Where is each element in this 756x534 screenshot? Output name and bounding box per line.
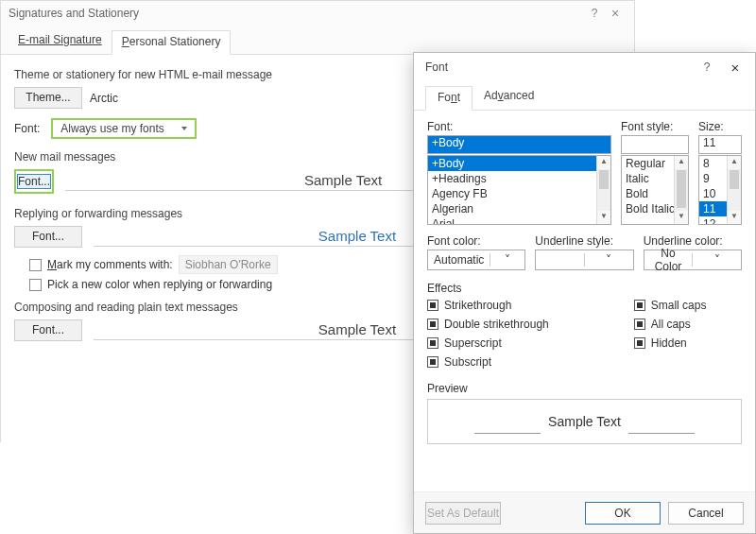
commenter-field[interactable]: Siobhan O'Rorke [179,255,278,274]
list-item[interactable]: Arial [428,216,610,225]
close-icon[interactable]: × [719,60,751,76]
size-field-label: Size: [698,120,742,133]
help-icon[interactable]: ? [695,60,719,74]
tab-personal-label: Personal Stationery [122,35,221,48]
font-mode-value: Always use my fonts [60,122,163,135]
underline-style-label: Underline style: [535,234,633,248]
sig-tabs: E-mail Signature Personal Stationery [1,26,634,55]
font-dialog: Font ? × Font Advanced Font: +Body +Body… [413,52,756,534]
font-tabs: Font Advanced [414,81,755,111]
font-listbox[interactable]: +Body +Headings Agency FB Algerian Arial… [427,155,611,225]
hidden-checkbox[interactable] [634,337,645,349]
tab-font[interactable]: Font [425,86,472,111]
scrollbar[interactable]: ▲▼ [727,156,741,224]
mark-comments-label: Mark my comments with: [47,258,173,271]
font-field-label: Font: [427,120,611,133]
double-strikethrough-checkbox[interactable] [427,319,438,330]
font-footer: Set As Default OK Cancel [414,491,755,533]
close-icon[interactable]: × [604,1,627,26]
theme-name: Arctic [90,92,118,105]
font-title-text: Font [425,60,448,74]
all-caps-checkbox[interactable] [634,319,645,330]
preview-box: Sample Text [427,399,742,444]
sig-title-text: Signatures and Stationery [9,1,139,26]
chevron-down-icon: ˅ [584,253,633,267]
font-titlebar: Font ? × [414,53,755,81]
font-color-label: Font color: [427,234,525,248]
underline-style-combo[interactable]: ˅ [535,250,633,270]
preview-label: Preview [427,382,742,395]
list-item[interactable]: +Body [428,156,610,171]
superscript-checkbox[interactable] [427,337,438,349]
effects-label: Effects [427,282,742,295]
tab-email-signature[interactable]: E-mail Signature [9,29,112,54]
tab-email-label: E-mail Signature [18,33,102,46]
theme-button[interactable]: Theme... [14,87,82,109]
chevron-down-icon: ˅ [692,253,741,267]
list-item[interactable]: Agency FB [428,186,610,201]
reply-font-button[interactable]: Font... [14,226,82,248]
size-listbox[interactable]: 8 9 10 11 12 ▲▼ [698,155,742,225]
font-color-combo[interactable]: Automatic˅ [427,250,525,270]
new-mail-font-button[interactable]: Font... [17,174,51,189]
ok-button[interactable]: OK [585,502,661,525]
scrollbar[interactable]: ▲▼ [674,156,688,224]
help-icon[interactable]: ? [585,1,604,26]
set-default-button[interactable]: Set As Default [425,502,501,525]
pick-color-checkbox[interactable] [29,279,42,291]
new-mail-font-button-highlight: Font... [14,169,54,194]
subscript-checkbox[interactable] [427,356,438,368]
size-input[interactable]: 11 [698,135,742,154]
underline-color-combo[interactable]: No Color˅ [644,250,742,270]
sig-titlebar: Signatures and Stationery ? × [1,1,634,26]
preview-text: Sample Text [548,414,621,429]
mark-comments-checkbox[interactable] [29,259,42,271]
list-item[interactable]: Algerian [428,201,610,216]
font-label: Font: [14,122,40,135]
small-caps-checkbox[interactable] [634,300,645,311]
plain-font-button[interactable]: Font... [14,319,82,341]
tab-personal-stationery[interactable]: Personal Stationery [112,30,232,55]
style-input[interactable] [621,135,689,154]
style-listbox[interactable]: Regular Italic Bold Bold Italic ▲▼ [621,155,689,225]
font-input[interactable]: +Body [427,135,611,154]
style-field-label: Font style: [621,120,689,133]
font-body: Font: +Body +Body +Headings Agency FB Al… [414,111,755,494]
chevron-down-icon [181,127,187,130]
list-item[interactable]: +Headings [428,171,610,186]
scrollbar[interactable]: ▲▼ [596,156,610,224]
underline-color-label: Underline color: [644,234,742,248]
font-mode-combo[interactable]: Always use my fonts [51,118,196,139]
pick-color-label: Pick a new color when replying or forwar… [47,278,272,291]
strikethrough-checkbox[interactable] [427,300,438,311]
cancel-button[interactable]: Cancel [668,502,744,525]
chevron-down-icon: ˅ [490,253,524,267]
tab-advanced[interactable]: Advanced [472,85,545,110]
